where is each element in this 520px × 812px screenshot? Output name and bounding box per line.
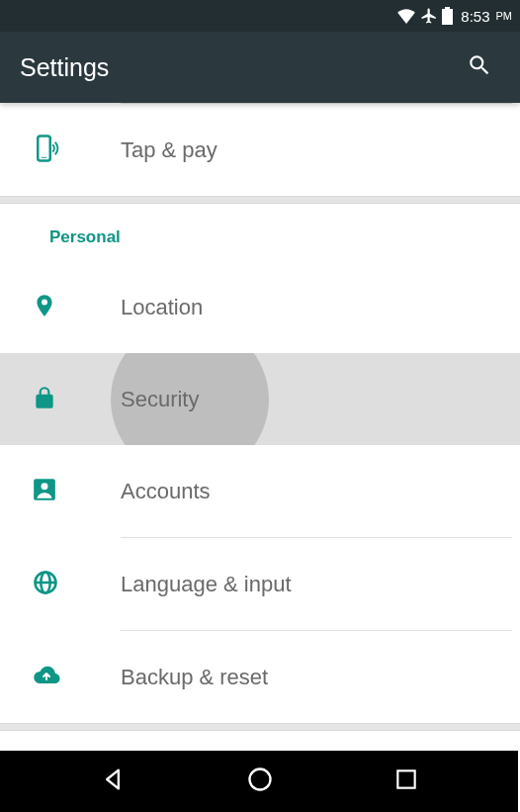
status-bar: 8:53 PM [0, 0, 520, 32]
back-icon [99, 779, 127, 796]
settings-item-backup-reset[interactable]: Backup & reset [0, 631, 520, 723]
account-icon [32, 477, 57, 506]
svg-point-5 [42, 483, 48, 490]
settings-item-language-input[interactable]: Language & input [0, 538, 520, 630]
navigation-bar [0, 751, 518, 812]
settings-item-location[interactable]: Location [0, 261, 520, 353]
wifi-icon [396, 8, 416, 24]
section-divider [0, 723, 520, 731]
svg-rect-1 [445, 7, 450, 9]
backup-icon [32, 664, 61, 691]
nav-recent-button[interactable] [393, 767, 419, 796]
app-bar: Settings [0, 32, 520, 103]
settings-item-tap-and-pay[interactable]: Tap & pay [0, 104, 520, 196]
section-divider [0, 196, 520, 204]
battery-icon [442, 7, 453, 25]
settings-item-security[interactable]: Security [0, 353, 520, 445]
svg-point-9 [249, 769, 270, 790]
tap-and-pay-icon [32, 134, 61, 167]
status-time: 8:53 [461, 8, 489, 25]
status-ampm: PM [496, 10, 513, 22]
globe-icon [32, 569, 59, 600]
recent-apps-icon [393, 778, 419, 795]
location-icon [32, 291, 57, 324]
search-icon [467, 64, 492, 81]
settings-item-label: Language & input [121, 572, 292, 597]
settings-item-label: Location [121, 295, 203, 320]
section-header-personal: Personal [0, 204, 520, 261]
airplane-icon [420, 7, 438, 25]
nav-back-button[interactable] [99, 766, 127, 797]
settings-item-label: Backup & reset [121, 665, 268, 690]
lock-icon [32, 383, 57, 416]
svg-rect-0 [442, 9, 453, 25]
page-title: Settings [20, 53, 109, 82]
nav-home-button[interactable] [246, 766, 274, 797]
settings-item-accounts[interactable]: Accounts [0, 445, 520, 537]
settings-item-label: Tap & pay [121, 137, 217, 163]
home-icon [246, 779, 274, 796]
settings-item-label: Accounts [121, 479, 211, 504]
settings-list: Tap & pay Personal Location Security Acc… [0, 103, 520, 731]
svg-rect-10 [397, 770, 414, 787]
search-button[interactable] [459, 45, 500, 90]
settings-item-label: Security [121, 387, 199, 412]
svg-rect-3 [42, 156, 46, 157]
